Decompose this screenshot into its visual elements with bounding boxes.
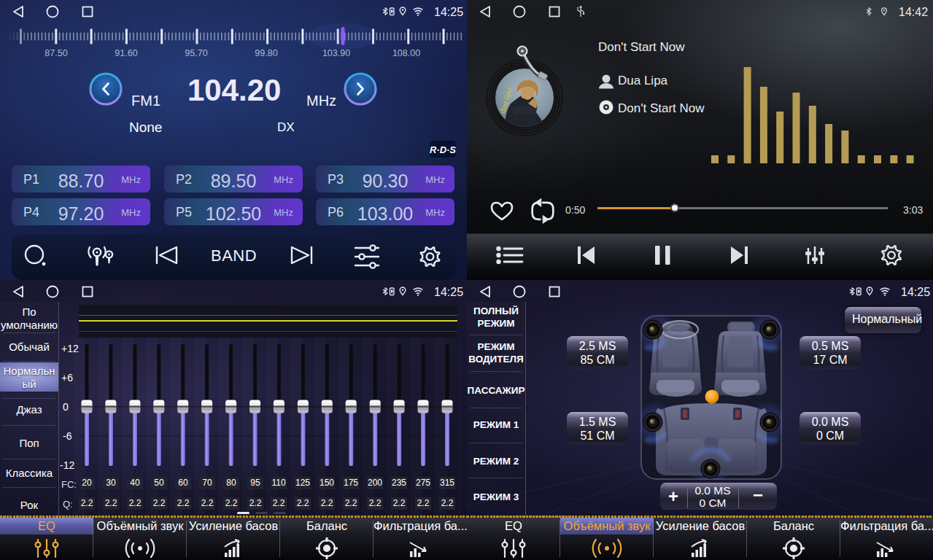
svg-text:99.80: 99.80 [255, 48, 277, 58]
svg-text:R·D·S: R·D·S [430, 144, 456, 155]
svg-text:103.90: 103.90 [322, 48, 350, 58]
svg-text:91.60: 91.60 [115, 48, 137, 58]
svg-text:BAND: BAND [211, 246, 257, 265]
svg-text:95.70: 95.70 [185, 48, 207, 58]
svg-text:14:25: 14:25 [901, 286, 930, 298]
svg-text:14:42: 14:42 [899, 6, 928, 18]
svg-text:108.00: 108.00 [392, 48, 420, 58]
svg-text:14:25: 14:25 [434, 6, 463, 18]
svg-text:87.50: 87.50 [44, 48, 67, 58]
